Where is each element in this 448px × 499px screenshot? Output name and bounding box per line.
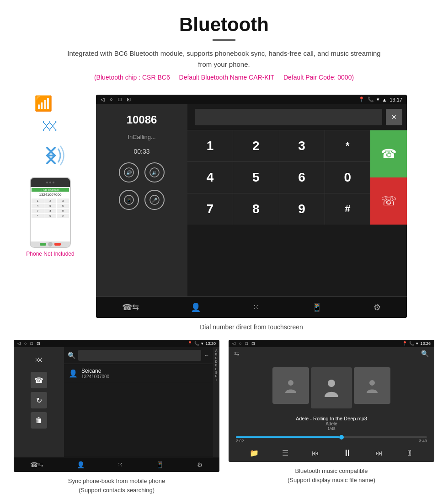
volume-down-button[interactable]: 🔉	[144, 162, 165, 182]
phone-key-0[interactable]: 0	[44, 214, 57, 218]
phone-key-9[interactable]: 9	[57, 209, 69, 213]
music-prev-icon[interactable]: ⏮	[312, 449, 319, 457]
music-search-icon[interactable]: 🔍	[421, 350, 429, 357]
alpha-g[interactable]: G	[215, 371, 217, 374]
alpha-e[interactable]: E	[215, 364, 218, 367]
music-shuffle-icon[interactable]: ⇆	[234, 350, 240, 357]
pb-bluetooth-icon[interactable]: ⯵	[31, 352, 47, 368]
phone-key-6[interactable]: 6	[57, 204, 69, 208]
dial-controls: 🔊 🔉	[119, 162, 165, 182]
key-0[interactable]: 0	[325, 162, 370, 193]
phone-call-button[interactable]	[40, 243, 46, 246]
key-3[interactable]: 3	[279, 130, 325, 161]
dial-nav-icons: ◁ ○ □ ⊡	[101, 97, 131, 102]
phone-end-button[interactable]	[54, 243, 61, 246]
phonebook-search-input[interactable]	[78, 350, 201, 361]
pb-toolbar-contacts-icon[interactable]: 👤	[77, 461, 85, 468]
key-6[interactable]: 6	[279, 162, 325, 193]
key-star[interactable]: *	[325, 130, 370, 161]
phone-key-5[interactable]: 5	[44, 204, 57, 208]
toolbar-settings-icon[interactable]: ⚙	[373, 302, 381, 312]
alpha-i[interactable]: I	[216, 378, 217, 381]
mu-wifi-icon: ▾	[416, 341, 418, 346]
backspace-button[interactable]: ✕	[386, 109, 402, 125]
music-folder-icon[interactable]: 📁	[250, 449, 259, 457]
phone-key-1[interactable]: 1	[32, 199, 44, 203]
phonebook-body: ⯵ ☎ ↻ 🗑 🔍 ← 👤 Seicane	[14, 347, 219, 457]
alpha-c[interactable]: C	[215, 356, 217, 359]
mu-recents-icon[interactable]: □	[245, 341, 247, 346]
pb-toolbar-settings-icon[interactable]: ⚙	[197, 461, 203, 468]
call-end-button[interactable]: ☏	[370, 177, 407, 225]
volume-up-button[interactable]: 🔊	[119, 162, 139, 182]
pb-toolbar-transfer-icon[interactable]: 📱	[156, 461, 164, 468]
mu-home-icon[interactable]: ○	[239, 341, 241, 346]
phone-key-star[interactable]: *	[32, 214, 44, 218]
mu-back-icon[interactable]: ◁	[232, 341, 235, 346]
key-8[interactable]: 8	[233, 193, 278, 225]
pb-call-icon: 📞	[194, 341, 199, 346]
phonebook-caption: Sync phone-book from mobile phone(Suppor…	[68, 477, 165, 494]
pb-home-icon[interactable]: ○	[24, 341, 27, 346]
back-icon[interactable]: ◁	[101, 97, 104, 102]
phonebook-bottom-toolbar: ☎⇆ 👤 ⁙ 📱 ⚙	[14, 457, 219, 472]
alpha-a[interactable]: A	[215, 349, 218, 352]
spec-chip: (Bluetooth chip : CSR BC6	[94, 74, 170, 81]
key-1[interactable]: 1	[187, 130, 233, 161]
toolbar-transfer-icon[interactable]: 📱	[312, 302, 322, 312]
phonebook-contact-row[interactable]: 👤 Seicane 13241007000	[64, 364, 213, 383]
bluetooth-symbol-icon: 📶	[34, 95, 53, 112]
pb-phone-icon[interactable]: ☎	[31, 372, 47, 388]
pb-delete-icon[interactable]: 🗑	[31, 412, 47, 429]
key-2[interactable]: 2	[233, 130, 278, 161]
svg-text:🔉: 🔉	[152, 170, 158, 176]
phone-home-button[interactable]	[48, 242, 53, 247]
pb-search-icon: 🔍	[68, 352, 75, 359]
call-accept-button[interactable]: ☎	[370, 130, 407, 177]
music-progress-bar: 2:02 3:49	[229, 434, 434, 444]
mu-menu-icon[interactable]: ⊡	[251, 341, 255, 346]
home-icon[interactable]: ○	[110, 97, 113, 102]
pb-toolbar-call-icon[interactable]: ☎⇆	[30, 461, 43, 468]
menu-icon[interactable]: ⊡	[127, 97, 131, 102]
dial-input-field[interactable]	[195, 109, 382, 125]
recents-icon[interactable]: □	[118, 97, 122, 102]
music-play-pause-button[interactable]: ⏸	[343, 448, 352, 458]
music-equalizer-icon[interactable]: 🎚	[406, 449, 413, 457]
pb-sync-icon[interactable]: ↻	[31, 392, 47, 408]
music-next-icon[interactable]: ⏭	[375, 449, 383, 457]
toolbar-call-icon[interactable]: ☎⇆	[122, 302, 139, 312]
key-hash[interactable]: #	[325, 193, 370, 225]
key-4[interactable]: 4	[187, 162, 233, 193]
key-5[interactable]: 5	[233, 162, 278, 193]
music-statusbar: ◁ ○ □ ⊡ 📍 📞 ▾ 13:26	[229, 340, 434, 347]
numpad-area: 1 2 3 * 4 5 6 0 7 8 9 #	[187, 130, 407, 225]
phone-key-8[interactable]: 8	[44, 209, 57, 213]
time-current: 2:02	[236, 439, 244, 443]
alpha-d[interactable]: D	[215, 360, 217, 363]
music-track-count: 1/48	[229, 426, 434, 431]
pb-recents-icon[interactable]: □	[30, 341, 32, 346]
alpha-b[interactable]: B	[215, 353, 218, 356]
phone-key-4[interactable]: 4	[32, 204, 44, 208]
phone-key-hash[interactable]: #	[57, 214, 69, 218]
key-9[interactable]: 9	[279, 193, 325, 225]
mute-button[interactable]: 🎤	[144, 190, 165, 210]
toolbar-dialpad-icon[interactable]: ⁙	[253, 302, 260, 312]
key-7[interactable]: 7	[187, 193, 233, 225]
pb-back-arrow-icon[interactable]: ←	[204, 352, 209, 359]
alpha-h[interactable]: H	[215, 375, 217, 378]
phone-key-3[interactable]: 3	[57, 199, 69, 203]
dial-controls-row2: 📱 🎤	[119, 190, 165, 210]
music-list-icon[interactable]: ☰	[282, 449, 288, 457]
bluetooth-icon-area: 📶 ⯵	[34, 95, 66, 173]
transfer-button[interactable]: 📱	[119, 190, 139, 210]
pb-back-icon[interactable]: ◁	[17, 341, 21, 346]
toolbar-contacts-icon[interactable]: 👤	[191, 302, 201, 312]
phone-key-7[interactable]: 7	[32, 209, 44, 213]
pb-toolbar-dialpad-icon[interactable]: ⁙	[117, 461, 123, 468]
phone-key-2[interactable]: 2	[44, 199, 57, 203]
pb-menu-icon[interactable]: ⊡	[37, 341, 40, 346]
progress-container[interactable]	[236, 436, 427, 438]
alpha-f[interactable]: F	[215, 367, 217, 370]
